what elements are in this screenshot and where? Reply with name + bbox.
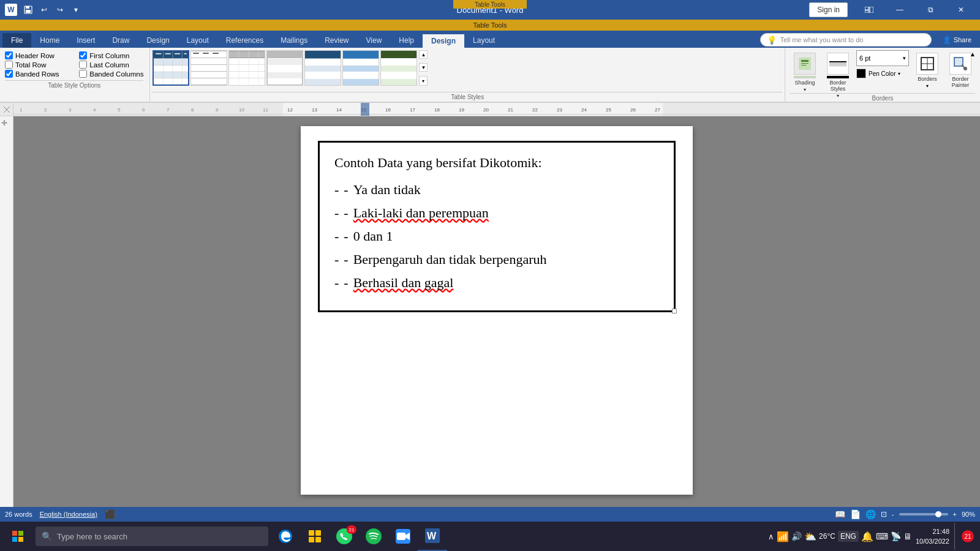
layout-btn[interactable] [855,0,883,20]
table-style-7[interactable] [380,50,417,86]
tab-review[interactable]: Review [316,33,357,48]
taskbar-word[interactable]: W [418,522,447,551]
tab-references[interactable]: References [217,33,272,48]
start-button[interactable] [2,522,33,551]
show-desktop-btn[interactable] [954,523,958,550]
table-style-3[interactable] [228,50,265,86]
table-styles-scroll-up[interactable]: ▲ [419,50,428,59]
tab-mailings[interactable]: Mailings [272,33,316,48]
cross-icon[interactable]: ✛ [1,119,7,127]
keyboard-icon[interactable]: ⌨ [876,531,888,541]
restore-btn[interactable]: ⧉ [916,0,944,20]
table-styles-scroll-more[interactable]: ▾ [419,76,428,86]
pen-weight-arrow[interactable]: ▾ [903,55,906,61]
collapse-ribbon-btn[interactable]: ▲ [968,49,978,59]
chevron-up-icon[interactable]: ∧ [768,532,774,541]
table-styles-scroll-down[interactable]: ▼ [419,63,428,72]
search-box[interactable]: 🔍 Type here to search [36,527,268,546]
share-button[interactable]: 👤 Share [937,33,978,47]
table-style-1[interactable] [153,50,189,86]
borders-dropdown[interactable]: ▾ [926,83,929,89]
zoom-level[interactable]: 90% [962,511,975,518]
fit-page-btn[interactable]: ⊡ [881,510,887,519]
close-btn[interactable]: ✕ [947,0,975,20]
language-btn[interactable]: ENG [838,531,859,542]
header-row-checkbox[interactable]: Header Row [5,51,69,59]
tab-table-layout[interactable]: Layout [464,33,503,48]
tell-me-input[interactable]: 💡 Tell me what you want to do [760,33,932,47]
banded-columns-input[interactable] [79,70,87,78]
page-layout-icon[interactable]: ⬛ [105,509,115,519]
wifi-icon[interactable]: 📡 [891,531,901,541]
taskbar-spotify[interactable] [359,522,388,551]
total-row-input[interactable] [5,61,13,69]
pen-color-arrow[interactable]: ▾ [898,71,900,77]
table-style-2[interactable] [190,50,227,86]
network-icon[interactable]: 📶 [777,531,789,542]
total-row-checkbox[interactable]: Total Row [5,61,69,69]
tab-file[interactable]: File [2,33,31,48]
tab-layout-doc[interactable]: Layout [178,33,217,48]
first-column-input[interactable] [79,51,87,59]
doc-textbox[interactable]: Contoh Data yang bersifat Dikotomik: - Y… [318,141,676,312]
undo-quick-btn[interactable]: ↩ [37,2,51,17]
banded-rows-checkbox[interactable]: Banded Rows [5,70,69,78]
taskbar-whatsapp[interactable]: 21 [330,522,359,551]
minimize-btn[interactable]: — [886,0,914,20]
table-style-6[interactable] [342,50,379,86]
notification-count-badge[interactable]: 21 [962,530,974,542]
shading-dropdown-arrow[interactable]: ▾ [804,87,806,92]
shading-icon [794,53,816,75]
zoom-out-btn[interactable]: - [892,511,894,518]
screen-icon[interactable]: 🖥 [903,531,912,541]
whatsapp-badge: 21 [347,525,356,534]
svg-rect-71 [801,65,806,66]
redo-quick-btn[interactable]: ↪ [53,2,67,17]
taskbar-zoom[interactable] [388,522,418,551]
svg-rect-11 [154,72,188,72]
textbox-resize-handle[interactable] [672,309,677,313]
svg-rect-13 [154,78,188,78]
language-indicator[interactable]: English (Indonesia) [40,511,97,518]
zoom-slider-thumb[interactable] [935,511,941,517]
svg-rect-111 [12,531,17,536]
banded-columns-checkbox[interactable]: Banded Columns [79,70,143,78]
system-icons: ∧ 📶 🔊 ⛅ 26°C ENG 🔔 ⌨ 📡 🖥 [768,531,912,542]
zoom-in-btn[interactable]: + [953,511,957,518]
svg-rect-50 [267,84,303,85]
doc-scroll-area[interactable]: Contoh Data yang bersifat Dikotomik: - Y… [13,116,980,507]
taskbar-time[interactable]: 21:48 10/03/2022 [916,527,949,547]
tab-home[interactable]: Home [31,33,68,48]
sign-in-button[interactable]: Sign in [809,2,848,17]
svg-text:26: 26 [630,107,636,113]
shading-button[interactable]: Shading ▾ [790,50,820,95]
notification-icon[interactable]: 🔔 [861,531,873,542]
tab-insert[interactable]: Insert [68,33,104,48]
pen-weight-display[interactable]: 6 pt ▾ [856,50,909,66]
header-row-input[interactable] [5,51,13,59]
first-column-checkbox[interactable]: First Column [79,51,143,59]
print-view-btn[interactable]: 📄 [850,509,861,519]
tab-help[interactable]: Help [390,33,423,48]
tab-design-doc[interactable]: Design [138,33,178,48]
volume-icon[interactable]: 🔊 [791,531,802,541]
tab-table-design[interactable]: Design [423,33,464,48]
web-view-btn[interactable]: 🌐 [865,509,876,519]
customize-qa-btn[interactable]: ▾ [69,2,83,17]
taskbar-explorer[interactable] [300,522,330,551]
read-view-btn[interactable]: 📖 [835,509,845,519]
tab-draw[interactable]: Draw [104,33,138,48]
svg-rect-48 [302,51,303,85]
svg-rect-53 [305,66,341,72]
banded-rows-input[interactable] [5,70,13,78]
save-quick-btn[interactable] [21,2,36,17]
zoom-slider[interactable] [899,513,948,515]
table-style-4[interactable] [266,50,303,86]
last-column-input[interactable] [79,61,87,69]
svg-rect-119 [315,537,321,542]
tab-view[interactable]: View [358,33,391,48]
taskbar-edge[interactable] [271,522,300,551]
borders-button[interactable]: Borders ▾ [913,50,942,91]
last-column-checkbox[interactable]: Last Column [79,61,143,69]
table-style-5[interactable] [304,50,341,86]
